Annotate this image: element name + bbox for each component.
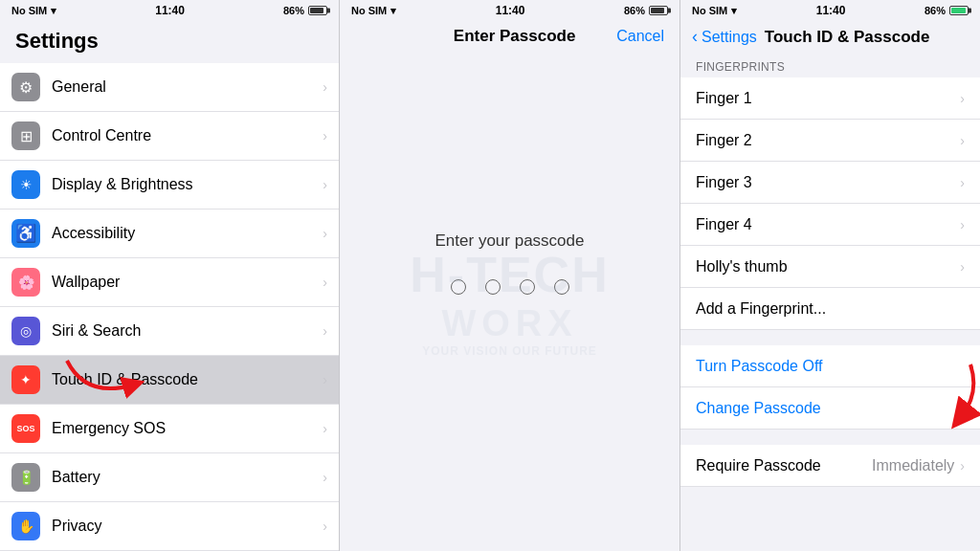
wallpaper-chevron: › [323,275,327,290]
settings-item-control-centre[interactable]: ⊞ Control Centre › [0,112,339,161]
passcode-dot-4 [554,279,569,295]
settings-item-wallpaper[interactable]: 🌸 Wallpaper › [0,258,339,307]
control-centre-icon: ⊞ [11,121,40,150]
touchid-label: Touch ID & Passcode [52,371,323,388]
battery-chevron: › [323,470,327,485]
touchid-icon: ✦ [11,365,40,394]
passcode-body: H-TECH WORX YOUR VISION OUR FUTURE Enter… [340,52,679,551]
battery-pct-1: 86% [283,5,304,16]
settings-item-siri[interactable]: ◎ Siri & Search › [0,307,339,356]
fingerprint-item-5[interactable]: Holly's thumb › [680,246,980,288]
change-passcode-row[interactable]: Change Passcode [680,387,980,430]
general-label: General [52,78,323,96]
general-icon: ⚙ [11,73,40,101]
status-left-2: No SIM ▾ [351,5,396,17]
passcode-dot-3 [520,279,535,295]
time-2: 11:40 [496,4,525,17]
fingerprint-5-chevron: › [960,259,965,275]
wifi-icon-3: ▾ [731,5,737,17]
display-icon: ☀ [11,170,40,199]
settings-item-battery[interactable]: 🔋 Battery › [0,453,339,502]
control-centre-chevron: › [323,128,327,143]
battery-icon-1 [308,6,327,15]
status-left-1: No SIM ▾ [11,5,56,17]
privacy-label: Privacy [52,518,323,535]
battery-pct-3: 86% [924,5,946,16]
section-gap-2 [680,330,980,345]
turn-passcode-off-row[interactable]: Turn Passcode Off [680,345,980,387]
settings-panel: No SIM ▾ 11:40 86% Settings ⚙ General › … [0,0,340,551]
settings-item-general[interactable]: ⚙ General › [0,63,339,112]
status-bar-3: No SIM ▾ 11:40 86% [680,0,980,21]
display-label: Display & Brightness [52,176,323,193]
carrier-3: No SIM [692,5,727,16]
settings-item-accessibility[interactable]: ♿ Accessibility › [0,209,339,258]
add-fingerprint-row[interactable]: Add a Fingerprint... [680,288,980,330]
watermark: H-TECH WORX YOUR VISION OUR FUTURE [410,246,609,358]
passcode-cancel-button[interactable]: Cancel [616,28,664,45]
passcode-nav: Enter Passcode Cancel [340,21,679,52]
wifi-icon-1: ▾ [51,5,56,17]
settings-item-display[interactable]: ☀ Display & Brightness › [0,161,339,209]
fingerprint-item-3[interactable]: Finger 3 › [680,162,980,204]
fingerprint-3-label: Finger 3 [696,174,960,191]
turn-passcode-off-label: Turn Passcode Off [696,358,965,375]
fingerprint-3-chevron: › [960,175,965,190]
privacy-chevron: › [323,518,327,534]
fingerprint-1-chevron: › [960,91,965,106]
display-chevron: › [323,177,327,192]
time-1: 11:40 [155,4,185,17]
fingerprint-item-1[interactable]: Finger 1 › [680,77,980,120]
fingerprint-item-4[interactable]: Finger 4 › [680,204,980,246]
settings-item-touchid[interactable]: ✦ Touch ID & Passcode › [0,356,339,405]
passcode-dots [451,279,569,295]
add-fingerprint-label: Add a Fingerprint... [696,300,826,318]
touchid-chevron: › [323,372,327,387]
passcode-prompt: Enter your passcode [435,231,585,251]
siri-chevron: › [323,323,327,339]
wifi-icon-2: ▾ [390,5,396,17]
battery-pct-2: 86% [624,5,645,16]
privacy-icon: ✋ [11,512,40,540]
carrier-1: No SIM [11,5,47,16]
fingerprint-2-label: Finger 2 [696,132,960,149]
wallpaper-label: Wallpaper [52,274,323,291]
require-passcode-chevron: › [960,458,965,474]
fingerprint-1-label: Finger 1 [696,90,960,107]
change-passcode-label: Change Passcode [696,400,965,417]
wallpaper-icon: 🌸 [11,268,40,297]
passcode-title: Enter Passcode [454,27,576,46]
fingerprint-item-2[interactable]: Finger 2 › [680,120,980,162]
fingerprint-2-chevron: › [960,133,965,148]
back-settings-button[interactable]: Settings [702,29,757,46]
accessibility-chevron: › [323,226,327,241]
time-3: 11:40 [816,4,846,17]
touchid-nav: ‹ Settings Touch ID & Passcode [680,21,980,53]
emergency-icon: SOS [11,414,40,443]
emergency-label: Emergency SOS [52,420,323,437]
carrier-2: No SIM [351,5,387,16]
accessibility-icon: ♿ [11,219,40,248]
touchid-body: FINGERPRINTS Finger 1 › Finger 2 › Finge… [680,53,980,551]
status-bar-1: No SIM ▾ 11:40 86% [0,0,339,21]
settings-item-privacy[interactable]: ✋ Privacy › [0,502,339,551]
back-chevron-icon: ‹ [692,27,698,47]
settings-item-emergency[interactable]: SOS Emergency SOS › [0,405,339,453]
settings-header: Settings [0,21,339,63]
passcode-dot-1 [451,279,466,295]
battery-settings-icon: 🔋 [11,463,40,492]
fingerprints-section-header: FINGERPRINTS [680,53,980,77]
fingerprint-5-label: Holly's thumb [696,258,960,276]
emergency-chevron: › [323,421,327,436]
require-passcode-label: Require Passcode [696,457,872,474]
touchid-detail-title: Touch ID & Passcode [765,28,930,47]
fingerprint-4-chevron: › [960,217,965,232]
require-passcode-row[interactable]: Require Passcode Immediately › [680,445,980,487]
status-left-3: No SIM ▾ [692,5,737,17]
siri-label: Siri & Search [52,322,323,340]
fingerprint-4-label: Finger 4 [696,216,960,233]
control-centre-label: Control Centre [52,127,323,144]
battery-icon-2 [649,6,668,15]
passcode-panel: No SIM ▾ 11:40 86% Enter Passcode Cancel… [340,0,680,551]
status-right-1: 86% [283,5,327,16]
